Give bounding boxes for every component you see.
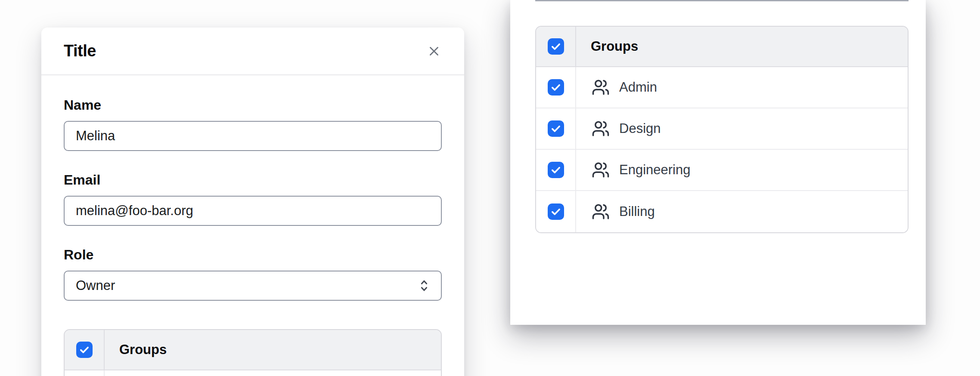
email-label: Email	[64, 172, 442, 188]
row-checkbox-cell	[536, 150, 576, 190]
check-icon	[550, 206, 561, 217]
modal-body: Name Email Role Owner	[41, 75, 464, 376]
table-row[interactable]: Design	[536, 108, 908, 150]
users-icon	[592, 78, 610, 96]
check-icon	[550, 82, 561, 93]
row-checkbox[interactable]	[548, 203, 564, 220]
check-icon	[550, 41, 561, 52]
role-label: Role	[64, 247, 442, 263]
row-content: Design	[576, 108, 661, 149]
name-label: Name	[64, 97, 442, 113]
name-input[interactable]	[64, 121, 442, 151]
users-icon	[592, 161, 610, 179]
check-icon	[79, 344, 90, 355]
table-row[interactable]: Billing	[536, 191, 908, 232]
table-row[interactable]: Admin	[536, 67, 908, 108]
group-name: Engineering	[619, 162, 690, 178]
x-icon	[427, 44, 441, 59]
role-select[interactable]: Owner	[64, 271, 442, 301]
row-checkbox[interactable]	[548, 79, 564, 96]
panel-groups-table: Groups Admin	[535, 26, 909, 233]
header-checkbox-cell	[536, 27, 576, 66]
edit-user-modal: Title Name Email Role Owner	[41, 28, 464, 376]
table-row-cropped	[65, 370, 441, 376]
check-icon	[550, 123, 561, 134]
table-row[interactable]: Engineering	[536, 150, 908, 191]
group-name: Design	[619, 121, 661, 136]
role-select-value: Owner	[76, 278, 115, 293]
row-checkbox-cell	[536, 67, 576, 108]
close-button[interactable]	[424, 41, 444, 62]
modal-header: Title	[41, 28, 464, 75]
users-icon	[592, 120, 610, 138]
header-checkbox-cell	[65, 330, 105, 370]
group-name: Billing	[619, 204, 655, 219]
email-input[interactable]	[64, 196, 442, 226]
row-checkbox-cell	[536, 108, 576, 149]
groups-column-header: Groups	[576, 27, 638, 66]
users-icon	[592, 203, 610, 221]
modal-groups-table: Groups	[64, 329, 442, 376]
row-content: Admin	[576, 67, 657, 108]
select-all-checkbox[interactable]	[548, 38, 564, 55]
cropped-field-bottom-border	[535, 0, 909, 1]
row-checkbox[interactable]	[548, 120, 564, 137]
modal-title: Title	[64, 42, 424, 60]
select-all-checkbox[interactable]	[76, 342, 93, 358]
groups-panel: Groups Admin	[510, 0, 926, 325]
groups-table-header-row: Groups	[65, 330, 441, 370]
row-content: Billing	[576, 191, 655, 232]
row-checkbox[interactable]	[548, 162, 564, 178]
check-icon	[550, 164, 561, 176]
groups-table-header-row: Groups	[536, 27, 908, 67]
chevron-up-down-icon	[416, 277, 432, 294]
group-name: Admin	[619, 80, 657, 95]
row-checkbox-cell	[65, 370, 105, 376]
row-content: Engineering	[576, 150, 690, 190]
groups-column-header: Groups	[105, 330, 167, 370]
row-checkbox-cell	[536, 191, 576, 232]
